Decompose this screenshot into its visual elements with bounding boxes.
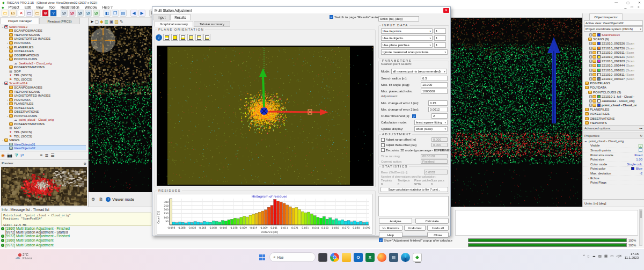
menu-registration[interactable]: Registration — [58, 5, 82, 9]
property-visible[interactable]: Visible✓ — [583, 144, 644, 149]
tree-item-tol-socs[interactable]: ⚑TOL (SOCS) — [0, 77, 86, 82]
property-point-color[interactable]: Point colorBlue — [583, 167, 644, 172]
tree-item-tiepointscans[interactable]: TIEPOINTSCANS — [0, 90, 86, 94]
property-point-size-mode[interactable]: Point size modeFixed — [583, 153, 644, 158]
outlier-checkbox[interactable]: ✓ — [412, 114, 416, 118]
registration-adjust-icon[interactable]: 🖳 — [93, 10, 100, 17]
tree-item-scanposimages[interactable]: SCANPOSIMAGES — [0, 29, 86, 33]
calculator-icon[interactable]: ▦ — [389, 253, 398, 262]
tree-item-scanpos013[interactable]: ⌄ScanPos013 — [0, 25, 86, 29]
oi-item-jaakkola2-cloud-orig[interactable]: Jaakkola2 - Cloud_orig — [584, 99, 643, 103]
preview-settings-icon[interactable]: ⚙ — [84, 162, 86, 165]
tab-project-manager[interactable]: Project manager — [1, 18, 39, 24]
tree-item-polydata[interactable]: ›POLYDATA — [0, 98, 86, 102]
oi-item-pointflags[interactable]: POINTFLAGS — [584, 81, 643, 85]
input-data-dropdown-ignore-measured-scan-positions[interactable]: Ignore measured scan positions.▾ — [381, 49, 448, 55]
active-view-box[interactable]: Active view: ViewObjects02 — [584, 20, 643, 26]
property-echos[interactable]: ›Echos — [583, 176, 644, 181]
filter-funnel-icon[interactable]: ⧩ — [14, 153, 18, 158]
tab-graphical-summary[interactable]: Graphical summary — [155, 21, 193, 27]
oi-item-voxelfiles[interactable]: VOXELFILES — [584, 112, 643, 116]
checkbox-icon[interactable] — [381, 148, 385, 152]
task-view-icon[interactable] — [318, 253, 327, 262]
param-input[interactable]: 0.0012 — [428, 107, 448, 112]
open-project-icon[interactable]: 🗁 — [10, 10, 17, 17]
tree-item-pointclouds[interactable]: ⌄POINTCLOUDS — [0, 57, 86, 61]
oi-item-221010-092911[interactable]: 221010_092911 (Scan — [584, 50, 643, 55]
tree-item-voxelfiles[interactable]: VOXELFILES — [0, 106, 86, 110]
window-split-icon[interactable]: ◧ — [104, 10, 111, 17]
taskbar-search[interactable]: ⌕Hae — [269, 252, 316, 262]
menu-edit[interactable]: Edit — [22, 5, 33, 9]
navigate-back-icon[interactable]: ◀ — [130, 10, 137, 17]
oi-item-221010-092726[interactable]: 221010_092726 (Scan — [584, 46, 643, 50]
menu-view[interactable]: View — [33, 5, 46, 9]
tree-item-jaakkola2-cloud-orig[interactable]: ☁Jaakkola2 - Cloud_orig — [0, 61, 86, 65]
target-circle-icon[interactable]: ◉ — [1, 153, 5, 158]
property-point-size[interactable]: Point size1.00 — [583, 157, 644, 162]
message-row[interactable]: ✓[1860] Multi Station Adjustment - Finis… — [1, 227, 70, 230]
checkbox-checked-icon[interactable]: ✓ — [639, 144, 642, 148]
taskbar-clock[interactable]: 17.15 11.1.2023 — [625, 252, 639, 260]
plane-view-cube-button-6[interactable] — [203, 34, 210, 41]
tab-input[interactable]: Input — [153, 14, 170, 20]
registration-scan-icon[interactable]: 🖳 — [61, 10, 68, 17]
message-panel-header[interactable]: Info - Message list - Thread list — [2, 208, 49, 211]
oi-item-observations[interactable]: OBSERVATIONS — [584, 116, 643, 121]
help-icon[interactable]: ? — [50, 10, 57, 17]
outlook-icon[interactable]: O — [354, 253, 363, 262]
tree-item-undistorted-images[interactable]: UNDISTORTED IMAGES — [0, 37, 86, 41]
message-scrollbar[interactable] — [639, 209, 642, 246]
tab-tabular-summary[interactable]: Tabular summary — [194, 21, 230, 27]
input-data-dropdown-use-plane-patches[interactable]: Use plane patches.▾ — [381, 42, 433, 48]
oi-item-scanpos014[interactable]: ScanPos014 — [584, 33, 643, 37]
edge-icon[interactable] — [401, 253, 410, 262]
plane-view-cube-button-5[interactable] — [195, 34, 202, 41]
param-input[interactable]: 10.000 — [421, 82, 448, 87]
explorer-icon[interactable] — [342, 253, 351, 262]
window-tile-icon[interactable]: ▤ — [120, 10, 127, 17]
tree-item-scanposimages[interactable]: SCANPOSIMAGES — [0, 85, 86, 90]
color-palette-icon[interactable]: ◆ — [100, 19, 103, 24]
property-smooth-points[interactable]: Smooth points — [583, 148, 644, 153]
tree-item-tol-socs[interactable]: ⚑TOL (SOCS) — [0, 134, 86, 138]
delete-icon[interactable]: ✕ — [18, 10, 25, 17]
tree-item-poseestimations[interactable]: POSEESTIMATIONS — [0, 122, 86, 126]
tree-item-poseestimations[interactable]: POSEESTIMATIONS — [0, 65, 86, 69]
cancel-icon[interactable]: ⊗ — [42, 10, 49, 17]
minimize-button[interactable]: — — [614, 1, 618, 4]
menu-help[interactable]: Help ? — [100, 5, 115, 9]
refresh-icon[interactable]: ↻ — [640, 134, 642, 137]
tree-item-point-cloud-cloud-orig[interactable]: ☁point_cloud - Cloud_orig — [0, 118, 86, 122]
help-button[interactable]: Help — [379, 232, 402, 238]
tree-item-viewobjects01[interactable]: ViewObjects01 — [0, 142, 86, 147]
gear-icon[interactable]: ⚙ — [91, 197, 95, 202]
project-attributes-icon[interactable]: 🗃 — [26, 10, 33, 17]
volume-mute-icon[interactable]: ◁✕ — [616, 254, 621, 258]
oi-item-point-cloud-cloud-or[interactable]: point_cloud - Cloud_or — [584, 103, 643, 107]
tree-item-sop[interactable]: ▦SOP — [0, 69, 86, 74]
tree-item-views[interactable]: ⌄VIEWS — [0, 138, 86, 142]
input-data-dropdown-use-tieobjects[interactable]: Use tieobjects.▾ — [381, 35, 433, 41]
checkbox-icon[interactable] — [381, 143, 385, 147]
security-icon[interactable]: ▦ — [604, 254, 608, 258]
undo-last-button[interactable]: Undo last — [404, 225, 426, 231]
new-project-icon[interactable]: 🗀 — [2, 10, 9, 17]
advanced-options-bar[interactable]: Advanced options: ⊶ — [583, 125, 644, 131]
property-color-mode[interactable]: Color modeSingle colc — [583, 162, 644, 167]
plane-view-cube-button-4[interactable] — [187, 34, 194, 41]
param-input[interactable]: 0.3 — [421, 76, 448, 81]
outlier-input[interactable]: 2 — [431, 113, 448, 119]
tree-item-undistorted-images[interactable]: UNDISTORTED IMAGES — [0, 93, 86, 98]
count-box[interactable]: 1 — [434, 35, 446, 41]
open-folder-icon[interactable]: 🗀 — [34, 10, 41, 17]
tree-item-tpl-socs[interactable]: ✦TPL (SOCS) — [0, 74, 86, 78]
progress-message-row[interactable]: ✓[1860] Multi Station Adjustment — [1, 238, 54, 242]
update-display-dropdown[interactable]: often (slow)▾ — [414, 126, 448, 132]
oi-item-tiepoints[interactable]: TIEPOINTS — [584, 121, 643, 125]
select-pointer-icon[interactable]: ➤ — [90, 19, 94, 24]
child-close-button[interactable]: ✕ — [638, 5, 640, 9]
chrome-icon[interactable] — [330, 253, 339, 262]
oi-item-221010-093621[interactable]: 221010_093621 (Scan — [584, 68, 643, 72]
input-data-dropdown-use-tiepoints[interactable]: Use tiepoints.▾ — [381, 28, 433, 34]
